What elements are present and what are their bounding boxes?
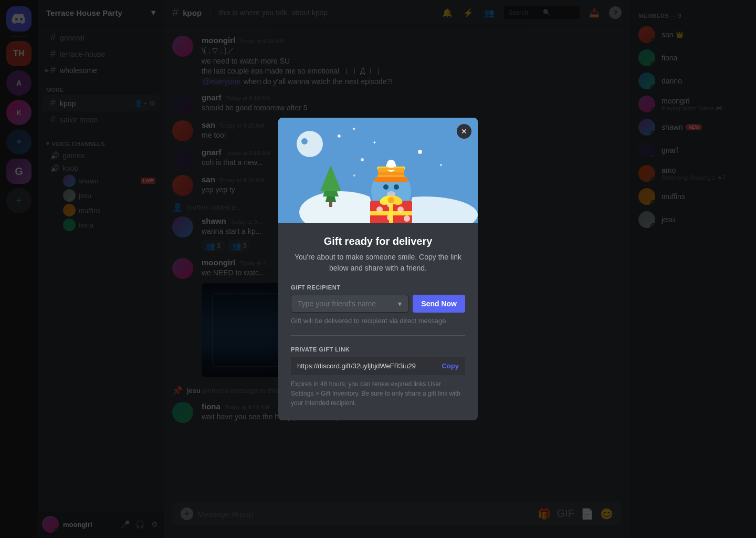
modal-divider [291, 335, 465, 336]
recipient-placeholder: Type your friend's name [298, 299, 376, 308]
gift-recipient-row: Type your friend's name ▾ Send Now [291, 295, 465, 313]
svg-rect-22 [378, 168, 404, 170]
gift-recipient-label: GIFT RECIPIENT [291, 284, 465, 291]
svg-point-1 [297, 131, 323, 157]
copy-link-button[interactable]: Copy [442, 362, 459, 370]
modal-image-area: ✦ ✦ ✦ [278, 118, 478, 223]
svg-text:✦: ✦ [352, 126, 356, 132]
svg-rect-32 [370, 211, 412, 215]
private-link-label: PRIVATE GIFT LINK [291, 346, 465, 353]
svg-point-2 [301, 138, 308, 144]
svg-text:✦: ✦ [373, 140, 376, 145]
recipient-select[interactable]: Type your friend's name ▾ [291, 295, 408, 313]
svg-point-37 [418, 150, 422, 154]
svg-rect-18 [374, 177, 408, 182]
svg-point-36 [361, 158, 364, 161]
gift-link-value: https://discord.gift/32uyfjbjdWeFR3iu29 [297, 362, 438, 370]
svg-rect-23 [378, 172, 404, 175]
modal-body: Gift ready for delivery You're about to … [278, 223, 478, 420]
modal-close-button[interactable]: ✕ [457, 124, 471, 139]
svg-point-15 [394, 184, 399, 190]
gift-link-box: https://discord.gift/32uyfjbjdWeFR3iu29 … [291, 357, 465, 375]
svg-point-35 [388, 197, 394, 203]
svg-point-21 [387, 160, 395, 168]
svg-point-14 [383, 184, 388, 190]
svg-point-30 [404, 215, 410, 222]
svg-point-39 [353, 174, 355, 177]
recipient-hint: Gift will be delivered to recipient via … [291, 317, 465, 325]
private-gift-link-section: PRIVATE GIFT LINK https://discord.gift/3… [291, 346, 465, 408]
modal-subtitle: You're about to make someone smile. Copy… [291, 252, 465, 274]
dropdown-chevron-icon: ▾ [398, 299, 402, 308]
svg-point-38 [440, 164, 442, 166]
svg-text:✦: ✦ [336, 132, 342, 140]
gift-modal: ✦ ✦ ✦ [278, 118, 478, 420]
modal-title: Gift ready for delivery [291, 235, 465, 247]
gift-expire-text: Expires in 48 hours; you can renew expir… [291, 379, 465, 408]
send-now-button[interactable]: Send Now [413, 295, 465, 313]
svg-rect-11 [329, 201, 332, 207]
modal-overlay[interactable]: ✦ ✦ ✦ [0, 0, 756, 538]
